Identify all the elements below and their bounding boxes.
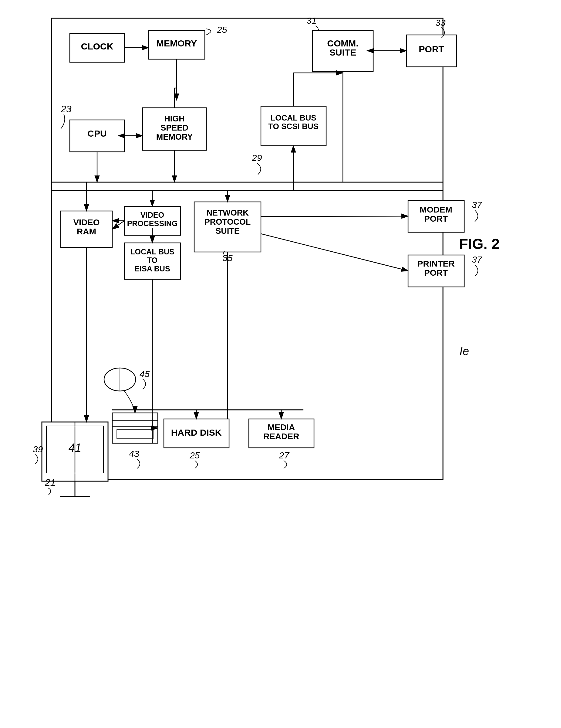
vproc-text2: PROCESSING <box>127 219 178 228</box>
comm-text1: COMM. <box>327 38 358 48</box>
port-text: PORT <box>419 44 444 54</box>
ref-33: 33 <box>435 18 446 28</box>
ref-31: 31 <box>306 15 316 26</box>
svg-line-94 <box>261 216 408 216</box>
mr-text2: READER <box>264 432 299 441</box>
vram-text1: VIDEO <box>73 218 100 227</box>
modem-text1: MODEM <box>420 205 452 214</box>
ref-45: 45 <box>140 369 150 379</box>
hd-text: HARD DISK <box>171 427 222 437</box>
ref-25-top: 25 <box>217 25 227 35</box>
eisa-text2: TO <box>147 256 158 264</box>
scsi-text2: TO SCSI BUS <box>268 122 318 131</box>
cpu-text: CPU <box>87 128 107 138</box>
nps-text2: PROTOCOL <box>205 217 251 226</box>
ref-25-bottom: 25 <box>189 450 200 460</box>
hsm-text1: HIGH <box>164 114 185 123</box>
ref-27: 27 <box>279 450 290 460</box>
ref-43: 43 <box>129 449 139 459</box>
vram-text2: RAM <box>77 227 96 236</box>
memory-text: MEMORY <box>156 38 197 48</box>
printer-text1: PRINTER <box>417 259 455 268</box>
printer-text2: PORT <box>424 268 448 277</box>
vproc-text1: VIDEO <box>141 211 164 219</box>
comm-text2: SUITE <box>329 47 356 57</box>
ref-39: 39 <box>33 444 43 454</box>
nps-text1: NETWORK <box>206 208 249 217</box>
ref-37-modem: 37 <box>472 200 482 210</box>
ref-29: 29 <box>252 153 262 163</box>
hsm-text3: MEMORY <box>156 132 193 141</box>
ref-23: 23 <box>60 104 72 114</box>
fig2-label: FIG. 2 <box>459 236 499 252</box>
scsi-text1: LOCAL BUS <box>270 113 316 122</box>
ref-21: 21 <box>45 477 56 488</box>
mr-text1: MEDIA <box>268 423 295 432</box>
clock-text: CLOCK <box>81 41 114 51</box>
ref-37-printer: 37 <box>472 254 482 264</box>
eisa-text1: LOCAL BUS <box>130 247 174 256</box>
eisa-text3: EISA BUS <box>134 264 170 273</box>
hsm-text2: SPEED <box>161 123 189 132</box>
ie-annotation: Ie <box>459 345 469 358</box>
nps-text3: SUITE <box>216 226 240 236</box>
modem-text2: PORT <box>424 214 448 223</box>
svg-rect-107 <box>117 430 153 439</box>
main-diagram: CLOCK MEMORY 25 CPU HIGH SPEED MEMORY 23… <box>0 0 561 728</box>
